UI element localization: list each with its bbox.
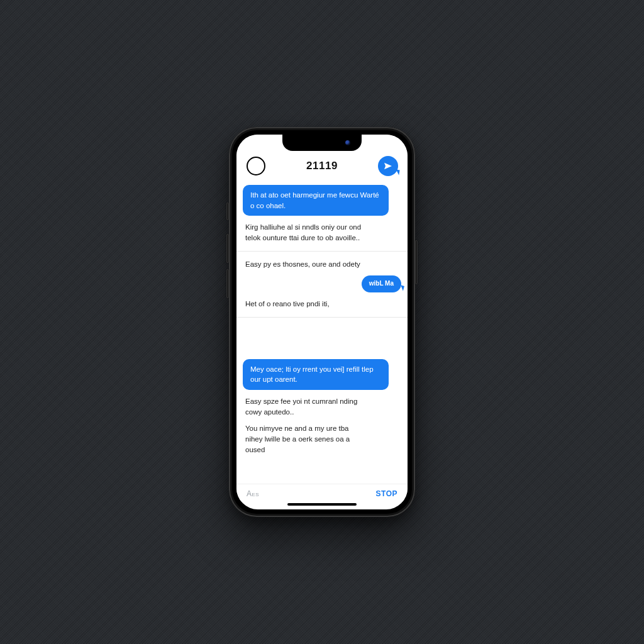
message-divider — [236, 251, 408, 252]
message-text: Easy py es thosnes, oure and odety — [245, 260, 360, 268]
back-button[interactable] — [247, 157, 265, 175]
message-text: Easy spze fee yoi nt cumranl nding cowy … — [245, 397, 357, 416]
message-received[interactable]: Het of o reano tive pndi iti, — [243, 299, 332, 309]
volume-up-button[interactable] — [226, 234, 229, 263]
stop-button[interactable]: STOP — [376, 489, 397, 498]
message-sent[interactable]: Mey oace; lti oy rrent you vei] refill t… — [243, 359, 389, 390]
message-received[interactable]: Kirg halliuhe al si nndls oniy our ond t… — [243, 222, 370, 243]
volume-down-button[interactable] — [226, 269, 229, 298]
message-received[interactable]: Easy py es thosnes, oure and odety — [243, 259, 363, 270]
message-text: Ith at ato oet harmegiur me fewcu Warté … — [250, 191, 379, 209]
home-indicator[interactable] — [287, 503, 357, 506]
message-received[interactable]: Easy spze fee yoi nt cumranl nding cowy … — [243, 396, 370, 417]
message-divider — [236, 317, 408, 318]
compose-button[interactable] — [378, 156, 398, 176]
chat-title: 21119 — [306, 160, 338, 172]
message-text: You nimyve ne and a my ure tba nihey lwi… — [245, 425, 350, 453]
notch — [282, 135, 362, 151]
silence-switch[interactable] — [226, 203, 229, 220]
message-sent[interactable]: wibL Ma — [362, 275, 401, 292]
message-text: Kirg halliuhe al si nndls oniy our ond t… — [245, 223, 361, 242]
screen: 21119 Ith at ato oet harmegiur me fewcu … — [236, 135, 408, 509]
power-button[interactable] — [415, 240, 418, 284]
phone-frame: 21119 Ith at ato oet harmegiur me fewcu … — [229, 127, 415, 517]
message-received[interactable]: You nimyve ne and a my ure tba nihey lwi… — [243, 423, 370, 455]
send-icon — [383, 161, 393, 171]
message-text: wibL Ma — [369, 280, 394, 287]
message-text: Het of o reano tive pndi iti, — [245, 300, 330, 308]
message-gap — [243, 325, 401, 353]
message-sent[interactable]: Ith at ato oet harmegiur me fewcu Warté … — [243, 185, 389, 216]
chat-footer: Aes STOP — [236, 484, 408, 502]
message-list[interactable]: Ith at ato oet harmegiur me fewcu Warté … — [236, 182, 408, 484]
footer-left-label[interactable]: Aes — [247, 489, 259, 498]
message-text: Mey oace; lti oy rrent you vei] refill t… — [250, 365, 374, 384]
